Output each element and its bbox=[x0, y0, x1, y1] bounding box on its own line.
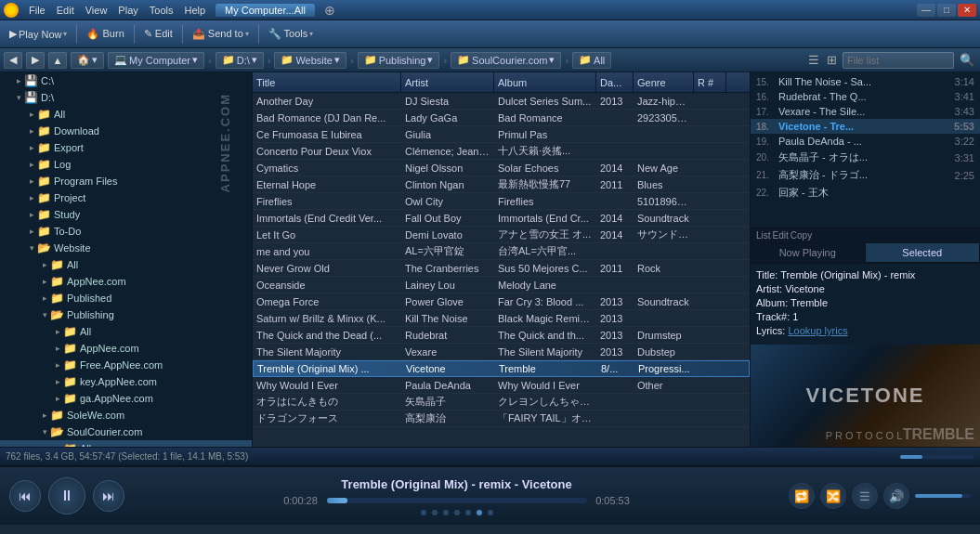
repeat-button[interactable]: 🔁 bbox=[789, 483, 815, 509]
sidebar-item-15[interactable]: ▸📁All bbox=[0, 323, 252, 340]
lyrics-link[interactable]: Lookup lyrics bbox=[788, 325, 847, 336]
breadcrumb-drive[interactable]: 📁 D:\ ▾ bbox=[216, 52, 264, 69]
tab-selected[interactable]: Selected bbox=[866, 243, 981, 262]
table-row[interactable]: Bad Romance (DJ Dan Re... Lady GaGa Bad … bbox=[253, 110, 750, 126]
col-header-artist[interactable]: Artist bbox=[401, 72, 494, 92]
menu-play[interactable]: Play bbox=[113, 4, 142, 17]
dot-6[interactable] bbox=[477, 510, 482, 515]
breadcrumb-home[interactable]: 🏠 ▾ bbox=[71, 52, 104, 69]
sidebar-item-3[interactable]: ▸📁Download bbox=[0, 123, 252, 139]
col-header-date[interactable]: Da... bbox=[596, 72, 634, 92]
table-row[interactable]: Ce Frumoasa E Iubirea Giulia Primul Pas bbox=[253, 126, 750, 143]
breadcrumb-mycomputer[interactable]: 💻 My Computer ▾ bbox=[108, 52, 204, 69]
table-row[interactable]: Never Grow Old The Cranberries Sus 50 Me… bbox=[253, 260, 750, 277]
breadcrumb-website[interactable]: 📁 Website ▾ bbox=[274, 52, 346, 69]
forward-button[interactable]: ▶ bbox=[26, 52, 45, 69]
sidebar-item-20[interactable]: ▸📁SoleWe.com bbox=[0, 407, 252, 423]
np-item-0[interactable]: 15. Kill The Noise - Sa... 3:14 bbox=[751, 74, 980, 89]
dot-1[interactable] bbox=[421, 510, 426, 515]
sidebar-item-7[interactable]: ▸📁Project bbox=[0, 189, 252, 206]
sidebar-item-6[interactable]: ▸📁Program Files bbox=[0, 173, 252, 189]
table-row[interactable]: Fireflies Owl City Fireflies 5101896_5..… bbox=[253, 193, 750, 210]
sidebar-item-11[interactable]: ▸📁All bbox=[0, 256, 252, 273]
np-item-5[interactable]: 20. 矢島晶子 - オラは... 3:31 bbox=[751, 149, 980, 166]
prev-button[interactable]: ⏮ bbox=[9, 480, 41, 512]
sidebar-item-18[interactable]: ▸📁key.AppNee.com bbox=[0, 373, 252, 390]
play-now-button[interactable]: ▶ ▶ Play Now Play Now ▾ bbox=[4, 26, 72, 42]
sidebar-item-14[interactable]: ▾📂Publishing bbox=[0, 306, 252, 323]
sidebar-item-5[interactable]: ▸📁Log bbox=[0, 156, 252, 173]
sidebar-item-1[interactable]: ▾💾D:\ bbox=[0, 89, 252, 106]
active-tab[interactable]: My Computer...All bbox=[216, 4, 315, 17]
table-row[interactable]: Another Day DJ Siesta Dulcet Series Sum.… bbox=[253, 93, 750, 110]
up-button[interactable]: ▲ bbox=[48, 52, 67, 69]
table-row[interactable]: Oceanside Lainey Lou Melody Lane bbox=[253, 277, 750, 293]
sidebar-item-4[interactable]: ▸📁Export bbox=[0, 139, 252, 156]
col-header-genre[interactable]: Genre bbox=[634, 72, 694, 92]
np-item-1[interactable]: 16. Rudebrat - The Q... 3:41 bbox=[751, 89, 980, 104]
sidebar-item-22[interactable]: ▸📁All bbox=[0, 440, 252, 447]
np-item-4[interactable]: 19. Paula DeAnda - ... 3:22 bbox=[751, 134, 980, 149]
dot-3[interactable] bbox=[443, 510, 449, 515]
np-item-3[interactable]: 18. Vicetone - Tre... 5:53 bbox=[751, 119, 980, 134]
breadcrumb-publishing[interactable]: 📁 Publishing ▾ bbox=[358, 52, 440, 69]
table-row[interactable]: Immortals (End Credit Ver... Fall Out Bo… bbox=[253, 210, 750, 227]
sidebar-item-16[interactable]: ▸📁AppNee.com bbox=[0, 340, 252, 357]
back-button[interactable]: ◀ bbox=[4, 52, 22, 69]
dot-7[interactable] bbox=[488, 510, 493, 515]
table-row[interactable]: Tremble (Original Mix) ... Vicetone Trem… bbox=[253, 360, 750, 377]
table-row[interactable]: Concerto Pour Deux Viox Clémence; Jean-B… bbox=[253, 143, 750, 160]
table-row[interactable]: Saturn w/ Brillz & Minxx (K... Kill The … bbox=[253, 310, 750, 327]
table-row[interactable]: Eternal Hope Clinton Ngan 最新熱歌慢搖77 2011 … bbox=[253, 176, 750, 193]
maximize-button[interactable]: □ bbox=[937, 4, 956, 17]
sidebar-item-17[interactable]: ▸📁Free.AppNee.com bbox=[0, 357, 252, 373]
close-button[interactable]: ✕ bbox=[958, 4, 976, 17]
table-row[interactable]: オラはにんきもの 矢島晶子 クレヨンしんちゃん... bbox=[253, 394, 750, 410]
dot-2[interactable] bbox=[432, 510, 438, 515]
menu-tools[interactable]: Tools bbox=[145, 4, 178, 17]
menu-edit[interactable]: Edit bbox=[52, 4, 79, 17]
table-row[interactable]: me and you AL=六甲官錠 台湾AL=六甲官... bbox=[253, 243, 750, 260]
pause-button[interactable]: ⏸ bbox=[48, 477, 85, 514]
table-row[interactable]: Cymatics Nigel Olsson Solar Echoes 2014 … bbox=[253, 160, 750, 176]
search-input[interactable] bbox=[843, 52, 954, 69]
tools-button[interactable]: 🔧 Tools ▾ bbox=[263, 26, 320, 42]
np-edit-label[interactable]: Edit bbox=[773, 230, 789, 241]
np-item-7[interactable]: 22. 回家 - 王木 bbox=[751, 184, 980, 202]
burn-button[interactable]: 🔥 Burn bbox=[81, 26, 129, 42]
volume-button[interactable]: 🔊 bbox=[883, 483, 909, 509]
next-button[interactable]: ⏭ bbox=[93, 480, 124, 512]
np-copy-label[interactable]: Copy bbox=[791, 230, 812, 241]
col-header-rnum[interactable]: R # bbox=[694, 72, 726, 92]
sidebar-item-19[interactable]: ▸📁ga.AppNee.com bbox=[0, 390, 252, 407]
minimize-button[interactable]: — bbox=[917, 4, 935, 17]
dot-4[interactable] bbox=[454, 510, 460, 515]
send-to-button[interactable]: 📤 Send to ▾ bbox=[187, 26, 255, 42]
search-button[interactable]: 🔍 bbox=[958, 53, 976, 67]
sidebar-item-8[interactable]: ▸📁Study bbox=[0, 206, 252, 223]
menu-file[interactable]: File bbox=[24, 4, 50, 17]
new-tab-button[interactable]: ⊕ bbox=[320, 3, 339, 18]
playlist-button[interactable]: ☰ bbox=[852, 483, 878, 509]
view-list-button[interactable]: ☰ bbox=[806, 53, 821, 67]
sidebar-item-0[interactable]: ▸💾C:\ bbox=[0, 72, 252, 89]
volume-slider[interactable] bbox=[915, 494, 971, 498]
menu-view[interactable]: View bbox=[81, 4, 112, 17]
sidebar-item-12[interactable]: ▸📁AppNee.com bbox=[0, 273, 252, 290]
table-row[interactable]: Omega Force Power Glove Far Cry 3: Blood… bbox=[253, 293, 750, 310]
sidebar-item-10[interactable]: ▾📂Website bbox=[0, 240, 252, 256]
breadcrumb-soulcourier[interactable]: 📁 SoulCourier.com ▾ bbox=[451, 52, 561, 69]
view-grid-button[interactable]: ⊞ bbox=[825, 53, 839, 67]
table-body[interactable]: Another Day DJ Siesta Dulcet Series Sum.… bbox=[253, 93, 750, 447]
menu-help[interactable]: Help bbox=[179, 4, 210, 17]
sidebar-item-21[interactable]: ▾📂SoulCourier.com bbox=[0, 423, 252, 440]
breadcrumb-all[interactable]: 📁 All bbox=[572, 52, 611, 69]
np-item-2[interactable]: 17. Vexare - The Sile... 3:43 bbox=[751, 104, 980, 119]
edit-button[interactable]: ✎ Edit bbox=[138, 26, 178, 42]
sidebar-item-2[interactable]: ▸📁All bbox=[0, 106, 252, 123]
table-row[interactable]: The Silent Majority Vexare The Silent Ma… bbox=[253, 344, 750, 360]
col-header-title[interactable]: Title bbox=[253, 72, 401, 92]
tab-nowplaying[interactable]: Now Playing bbox=[751, 243, 866, 262]
shuffle-button[interactable]: 🔀 bbox=[820, 483, 846, 509]
progress-bar[interactable] bbox=[327, 498, 587, 503]
